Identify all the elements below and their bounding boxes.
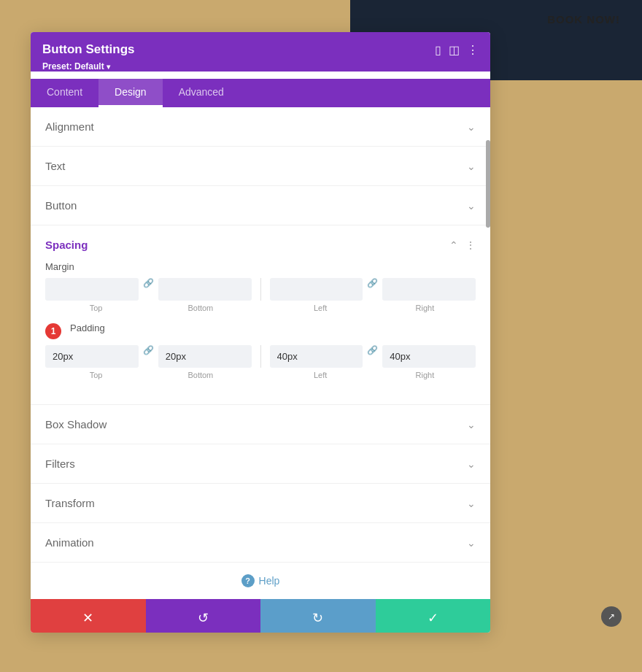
- footer-buttons: ✕ ↺ ↻ ✓: [31, 599, 490, 633]
- section-transform[interactable]: Transform ⌄: [31, 484, 490, 523]
- spacing-collapse-icon[interactable]: ⌃: [449, 239, 458, 251]
- transform-chevron: ⌄: [467, 498, 476, 509]
- margin-topbottom-link-icon[interactable]: 🔗: [142, 278, 155, 301]
- tabs-bar: Content Design Advanced: [31, 79, 490, 107]
- transform-label: Transform: [45, 497, 95, 509]
- text-chevron: ⌄: [467, 161, 476, 172]
- scrollbar-thumb[interactable]: [486, 140, 490, 228]
- help-row[interactable]: ? Help: [31, 563, 490, 599]
- help-label: Help: [259, 575, 280, 587]
- filters-label: Filters: [45, 457, 75, 470]
- alignment-label: Alignment: [45, 120, 94, 133]
- panel-header-icons: ▯ ◫ ⋮: [435, 43, 479, 57]
- margin-bottom-label: Bottom: [150, 304, 251, 312]
- columns-icon[interactable]: ◫: [449, 43, 460, 57]
- padding-left-label: Left: [270, 371, 371, 379]
- margin-left-input[interactable]: [270, 278, 363, 301]
- alignment-chevron: ⌄: [467, 121, 476, 133]
- panel-body: Alignment ⌄ Text ⌄ Button ⌄ Spacing ⌃ ⋮ …: [31, 107, 490, 633]
- cancel-button[interactable]: ✕: [31, 599, 146, 633]
- button-label: Button: [45, 199, 77, 212]
- padding-bottom-label: Bottom: [150, 371, 251, 379]
- book-now-label: BOOK NOW!: [547, 13, 620, 26]
- animation-label: Animation: [45, 536, 94, 549]
- more-options-icon[interactable]: ⋮: [467, 43, 479, 57]
- button-chevron: ⌄: [467, 200, 476, 212]
- padding-topbottom-link-icon[interactable]: 🔗: [142, 345, 155, 368]
- margin-labels-row: Top Bottom Left Right: [45, 304, 476, 312]
- help-icon: ?: [241, 574, 255, 587]
- box-shadow-label: Box Shadow: [45, 418, 107, 430]
- reset-button[interactable]: ↺: [146, 599, 261, 633]
- preset-label[interactable]: Preset: Default ▾: [42, 61, 479, 72]
- margin-right-input[interactable]: [382, 278, 476, 301]
- margin-left-label: Left: [270, 304, 371, 312]
- padding-right-label: Right: [374, 371, 476, 379]
- section-text[interactable]: Text ⌄: [31, 147, 490, 186]
- padding-top-label: Top: [45, 371, 147, 379]
- margin-leftright-link-icon[interactable]: 🔗: [366, 278, 379, 301]
- resize-handle[interactable]: ↗: [601, 606, 622, 627]
- filters-chevron: ⌄: [467, 458, 476, 470]
- padding-group-label: Padding: [70, 323, 105, 333]
- padding-right-input[interactable]: [382, 345, 476, 368]
- section-alignment[interactable]: Alignment ⌄: [31, 107, 490, 147]
- padding-leftright-link-icon[interactable]: 🔗: [366, 345, 379, 368]
- text-label: Text: [45, 160, 66, 172]
- spacing-header-icons: ⌃ ⋮: [449, 239, 476, 251]
- button-settings-panel: Button Settings ▯ ◫ ⋮ Preset: Default ▾ …: [31, 32, 490, 633]
- animation-chevron: ⌄: [467, 537, 476, 549]
- spacing-more-icon[interactable]: ⋮: [465, 239, 476, 251]
- section-filters[interactable]: Filters ⌄: [31, 444, 490, 484]
- save-button[interactable]: ✓: [376, 599, 491, 633]
- section-button[interactable]: Button ⌄: [31, 186, 490, 225]
- redo-button[interactable]: ↻: [260, 599, 376, 633]
- tab-advanced[interactable]: Advanced: [163, 79, 240, 107]
- margin-inputs-row: 🔗 🔗: [45, 278, 476, 301]
- margin-group-label: Margin: [45, 261, 476, 272]
- padding-left-input[interactable]: [270, 345, 363, 368]
- padding-badge: 1: [45, 323, 61, 339]
- box-shadow-chevron: ⌄: [467, 419, 476, 430]
- tab-content[interactable]: Content: [31, 79, 98, 107]
- margin-top-label: Top: [45, 304, 147, 312]
- responsive-icon[interactable]: ▯: [435, 43, 441, 57]
- padding-inputs-row: 🔗 🔗: [45, 345, 476, 368]
- padding-labels-row: Top Bottom Left Right: [45, 371, 476, 379]
- spacing-title: Spacing: [45, 239, 88, 251]
- spacing-section: Spacing ⌃ ⋮ Margin 🔗: [31, 225, 490, 405]
- panel-title: Button Settings: [42, 42, 135, 57]
- margin-top-input[interactable]: [45, 278, 139, 301]
- tab-design[interactable]: Design: [98, 79, 163, 107]
- section-animation[interactable]: Animation ⌄: [31, 523, 490, 563]
- margin-bottom-input[interactable]: [158, 278, 252, 301]
- panel-header: Button Settings ▯ ◫ ⋮ Preset: Default ▾: [31, 32, 490, 72]
- section-box-shadow[interactable]: Box Shadow ⌄: [31, 405, 490, 444]
- margin-right-label: Right: [374, 304, 476, 312]
- padding-bottom-input[interactable]: [158, 345, 252, 368]
- padding-top-input[interactable]: [45, 345, 139, 368]
